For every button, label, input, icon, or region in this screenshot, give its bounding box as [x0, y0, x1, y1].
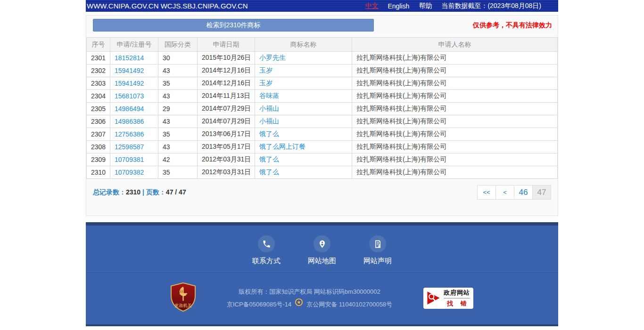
trademark-results-table: 序号 申请/注册号 国际分类 申请日期 商标名称 申请人名称 230118152…: [86, 37, 558, 179]
total-records-value: 2310: [126, 188, 140, 196]
applicant-cell: 拉扎斯网络科技(上海)有限公司: [352, 77, 558, 90]
reg-number-link[interactable]: 18152814: [110, 52, 158, 64]
results-panel: 检索到2310件商标 仅供参考，不具有法律效力 序号 申请/注册号 国际分类 申…: [86, 15, 558, 216]
footer: 联系方式 网站地图 网站声明: [86, 222, 558, 326]
help-link[interactable]: 帮助: [419, 2, 432, 10]
copyright-section: 党政机关 版权所有：国家知识产权局 网站标识码bm30000002 京ICP备0…: [86, 273, 558, 324]
reg-number-link[interactable]: 14986386: [110, 115, 158, 128]
table-row: 230118152814302015年10月26日小罗先生拉扎斯网络科技(上海)…: [87, 52, 558, 64]
applicant-cell: 拉扎斯网络科技(上海)有限公司: [352, 128, 558, 141]
top-bar: WWW.CNIPA.GOV.CN WCJS.SBJ.CNIPA.GOV.CN 中…: [86, 0, 558, 12]
applicant-cell: 拉扎斯网络科技(上海)有限公司: [352, 153, 558, 166]
error-badge-action: 找 错: [447, 299, 470, 308]
header-serial: 序号: [87, 38, 110, 52]
gov-site-error-report-badge[interactable]: 政府网站 找 错: [422, 287, 474, 310]
intl-class-cell: 35: [158, 77, 198, 90]
serial-cell: 2309: [87, 153, 110, 166]
trademark-name-link[interactable]: 小福山: [255, 115, 352, 128]
page-46-button[interactable]: 46: [514, 185, 533, 200]
intl-class-cell: 43: [158, 115, 198, 128]
serial-cell: 2306: [87, 115, 110, 128]
party-badge-text: 党政机关: [174, 303, 191, 308]
applicant-cell: 拉扎斯网络科技(上海)有限公司: [352, 52, 558, 64]
prev-page-button[interactable]: <: [495, 185, 514, 200]
trademark-name-link[interactable]: 谷味蒸: [255, 90, 352, 103]
sitemap-link[interactable]: 网站地图: [306, 235, 338, 266]
apply-date-cell: 2014年07月29日: [198, 115, 255, 128]
result-count-button[interactable]: 检索到2310件商标: [93, 19, 374, 32]
reg-number-link[interactable]: 10709382: [110, 166, 158, 179]
trademark-name-link[interactable]: 玉岁: [255, 77, 352, 90]
trademark-name-link[interactable]: 饿了么: [255, 128, 352, 141]
reg-number-link[interactable]: 10709381: [110, 153, 158, 166]
apply-date-cell: 2015年10月26日: [198, 52, 255, 64]
icp-record-link[interactable]: 京ICP备05069085号-14: [227, 298, 291, 311]
header-reg-number: 申请/注册号: [110, 38, 158, 52]
intl-class-cell: 29: [158, 103, 198, 115]
reg-number-link[interactable]: 12756386: [110, 128, 158, 141]
reg-number-link[interactable]: 14986494: [110, 103, 158, 115]
statement-link[interactable]: 网站声明: [362, 235, 393, 266]
applicant-cell: 拉扎斯网络科技(上海)有限公司: [352, 90, 558, 103]
party-government-badge[interactable]: 党政机关: [170, 282, 197, 314]
table-row: 230514986494292014年07月29日小福山拉扎斯网络科技(上海)有…: [87, 103, 558, 115]
total-records-label: 总记录数：: [93, 188, 126, 196]
error-report-text: 政府网站 找 错: [444, 289, 470, 308]
header-trademark-name: 商标名称: [255, 38, 352, 52]
pages-value: 47 / 47: [166, 188, 186, 196]
pagination-row: 总记录数：2310 | 页数：47 / 47 << < 46 47: [93, 185, 551, 200]
trademark-table-body: 230118152814302015年10月26日小罗先生拉扎斯网络科技(上海)…: [87, 52, 558, 179]
reg-number-link[interactable]: 12598587: [110, 141, 158, 153]
error-badge-title: 政府网站: [444, 289, 470, 297]
intl-class-cell: 43: [158, 141, 198, 153]
police-badge-icon: [295, 298, 303, 311]
table-row: 230215941492432014年12月16日玉岁拉扎斯网络科技(上海)有限…: [87, 64, 558, 77]
serial-cell: 2303: [87, 77, 110, 90]
topbar-links: 中文 English 帮助 当前数据截至：(2023年08月08日): [365, 2, 541, 10]
applicant-cell: 拉扎斯网络科技(上海)有限公司: [352, 103, 558, 115]
apply-date-cell: 2012年03月31日: [198, 153, 255, 166]
data-cutoff-date: 当前数据截至：(2023年08月08日): [441, 2, 541, 10]
trademark-name-link[interactable]: 饿了么: [255, 153, 352, 166]
table-row: 230415681073432014年11月13日谷味蒸拉扎斯网络科技(上海)有…: [87, 90, 558, 103]
sitemap-label: 网站地图: [308, 257, 336, 266]
language-english-link[interactable]: English: [388, 2, 409, 10]
table-row: 230614986386432014年07月29日小福山拉扎斯网络科技(上海)有…: [87, 115, 558, 128]
first-page-button[interactable]: <<: [477, 185, 496, 200]
serial-cell: 2302: [87, 64, 110, 77]
map-pin-icon: [314, 235, 330, 252]
table-row: 230712756386352013年06月17日饿了么拉扎斯网络科技(上海)有…: [87, 128, 558, 141]
contact-link[interactable]: 联系方式: [251, 235, 282, 266]
pages-label: 页数：: [146, 188, 166, 196]
apply-date-cell: 2013年06月17日: [198, 128, 255, 141]
record-totals: 总记录数：2310 | 页数：47 / 47: [93, 188, 186, 197]
intl-class-cell: 43: [158, 90, 198, 103]
intl-class-cell: 35: [158, 166, 198, 179]
page-47-current: 47: [532, 185, 551, 200]
applicant-cell: 拉扎斯网络科技(上海)有限公司: [352, 166, 558, 179]
trademark-name-link[interactable]: 饿了么网上订餐: [255, 141, 352, 153]
reg-number-link[interactable]: 15941492: [110, 64, 158, 77]
reg-number-link[interactable]: 15681073: [110, 90, 158, 103]
trademark-name-link[interactable]: 玉岁: [255, 64, 352, 77]
serial-cell: 2301: [87, 52, 110, 64]
pager: << < 46 47: [478, 185, 551, 200]
statement-label: 网站声明: [363, 257, 392, 266]
apply-date-cell: 2014年12月16日: [198, 77, 255, 90]
reg-number-link[interactable]: 15941492: [110, 77, 158, 90]
apply-date-cell: 2014年07月29日: [198, 103, 255, 115]
footer-links: 联系方式 网站地图 网站声明: [86, 225, 558, 273]
police-record-link[interactable]: 京公网安备 11040102700058号: [306, 298, 392, 311]
copyright-text: 版权所有：国家知识产权局 网站标识码bm30000002 京ICP备050690…: [227, 285, 392, 311]
language-chinese-link[interactable]: 中文: [365, 2, 378, 10]
totals-separator: |: [142, 188, 144, 196]
trademark-name-link[interactable]: 饿了么: [255, 166, 352, 179]
serial-cell: 2310: [87, 166, 110, 179]
trademark-name-link[interactable]: 小罗先生: [255, 52, 352, 64]
contact-label: 联系方式: [252, 257, 281, 266]
trademark-name-link[interactable]: 小福山: [255, 103, 352, 115]
applicant-cell: 拉扎斯网络科技(上海)有限公司: [352, 115, 558, 128]
error-report-magnifier-icon: [427, 290, 440, 306]
table-header-row: 序号 申请/注册号 国际分类 申请日期 商标名称 申请人名称: [87, 38, 558, 52]
copyright-line2: 京ICP备05069085号-14 京公网安备 11040102700058号: [227, 298, 392, 311]
